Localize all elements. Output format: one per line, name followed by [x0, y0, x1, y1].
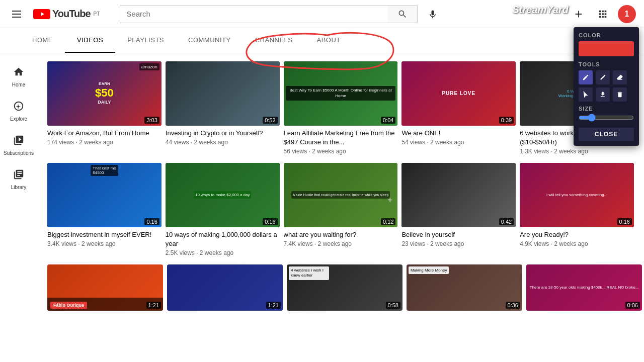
sidebar-item-subscriptions[interactable]: Subscriptions — [0, 128, 37, 160]
close-button[interactable]: CLOSE — [579, 128, 634, 141]
sidebar-item-explore[interactable]: Explore — [3, 94, 35, 126]
marker-tool[interactable] — [596, 70, 610, 84]
bottom-card-5[interactable]: There are 18-50 year olds making $400k..… — [526, 264, 642, 311]
video-card-6[interactable]: That cost me$4500 0:16 Biggest investmen… — [47, 163, 162, 256]
bottom-card-3[interactable]: 4 websites I wish I knew earlier 0:58 — [287, 264, 403, 311]
sidebar-label-explore: Explore — [10, 116, 27, 122]
video-title-8: what are you waiting for? — [284, 230, 398, 239]
size-label: SIZE — [579, 106, 634, 112]
video-title-4: We are ONE! — [401, 129, 516, 138]
header-left: YouTube PT — [8, 7, 100, 22]
search-button[interactable] — [387, 5, 418, 23]
explore-icon — [13, 101, 24, 114]
video-meta-5: 1.3K views · 2 weeks ago — [520, 148, 634, 155]
main-layout: Home Explore Subscriptions Library — [0, 53, 644, 361]
tools-row — [579, 70, 634, 102]
duration-3: 0:04 — [381, 117, 395, 124]
yt-lang: PT — [94, 11, 100, 17]
video-card-10[interactable]: I will tell you something covering... 0:… — [520, 163, 634, 256]
duration-9: 0:42 — [499, 218, 514, 225]
avatar[interactable]: 1 — [618, 5, 636, 23]
thumbnail-9: 0:42 — [401, 163, 516, 227]
color-panel-title: COLOR — [579, 32, 634, 38]
video-meta-1: 174 views · 2 weeks ago — [47, 139, 162, 146]
duration-4: 0:39 — [499, 117, 514, 124]
thumbnail-10: I will tell you something covering... 0:… — [520, 163, 634, 227]
video-card-7[interactable]: 10 ways to make $2,000 a day 0:16 10 way… — [166, 163, 280, 256]
tab-home[interactable]: HOME — [20, 28, 65, 53]
bottom-duration-1: 1:21 — [146, 302, 161, 309]
video-card-9[interactable]: 0:42 Believe in yourself 23 views · 2 we… — [401, 163, 516, 256]
download-tool[interactable] — [596, 87, 610, 102]
bottom-video-row: Fábio Ourique 1:21 1:21 4 websites I wis… — [47, 264, 634, 311]
video-card-1[interactable]: EARN $50 DAILY amazon 3:03 Work For Amaz… — [47, 61, 162, 155]
thumbnail-2: 0:52 — [166, 61, 280, 126]
tab-videos[interactable]: VIDEOS — [65, 28, 115, 53]
tools-title: TOOLS — [579, 61, 634, 67]
bottom-card-2[interactable]: 1:21 — [167, 264, 283, 311]
video-meta-2: 44 views · 2 weeks ago — [166, 139, 280, 146]
search-input[interactable] — [120, 5, 387, 23]
apps-button[interactable] — [594, 5, 612, 23]
video-title-10: Are you Ready!? — [520, 230, 634, 239]
search-bar — [120, 5, 442, 23]
yt-play-icon — [33, 9, 50, 19]
duration-1: 3:03 — [144, 117, 159, 124]
duration-8: 0:12 — [381, 218, 395, 225]
bottom-duration-3: 0:58 — [386, 302, 400, 309]
bottom-duration-2: 1:21 — [266, 302, 281, 309]
video-card-3[interactable]: Best Way To Earn $5000 A Month Online fo… — [284, 61, 398, 155]
video-card-8[interactable]: A side Hustle that could generate real i… — [284, 163, 398, 256]
create-button[interactable] — [570, 5, 588, 23]
eraser-tool[interactable] — [613, 70, 627, 84]
video-title-7: 10 ways of making 1,000,000 dollars a ye… — [166, 230, 280, 248]
bottom-card-4[interactable]: Making More Money 0:36 — [407, 264, 522, 311]
sidebar-label-library: Library — [11, 185, 27, 190]
thumbnail-7: 10 ways to make $2,000 a day 0:16 — [166, 163, 280, 227]
video-title-6: Biggest investment in myself EVER! — [47, 230, 162, 239]
tab-community[interactable]: COMMUNITY — [176, 28, 243, 53]
video-meta-6: 3.4K views · 2 weeks ago — [47, 240, 162, 247]
menu-button[interactable] — [8, 7, 25, 22]
video-title-9: Believe in yourself — [401, 230, 516, 239]
subscriptions-icon — [13, 135, 24, 148]
sidebar-label-home: Home — [12, 82, 26, 87]
color-tools-panel: COLOR TOOLS SIZE CLOSE — [574, 27, 639, 146]
video-title-3: Learn Affiliate Marketing Free from the … — [284, 129, 398, 147]
mic-button[interactable] — [424, 5, 442, 23]
video-grid-row2: That cost me$4500 0:16 Biggest investmen… — [47, 163, 634, 256]
tab-about[interactable]: ABOUT — [305, 28, 353, 53]
pen-tool[interactable] — [579, 70, 593, 84]
video-meta-8: 7.4K views · 2 weeks ago — [284, 240, 398, 247]
sidebar: Home Explore Subscriptions Library — [0, 53, 37, 361]
creator-badge-1: Fábio Ourique — [50, 302, 87, 309]
thumbnail-1: EARN $50 DAILY amazon 3:03 — [47, 61, 162, 126]
video-card-2[interactable]: 0:52 Investing in Crypto or in Yourself?… — [166, 61, 280, 155]
size-slider[interactable] — [579, 114, 634, 122]
sidebar-item-home[interactable]: Home — [3, 59, 35, 92]
video-title-2: Investing in Crypto or in Yourself? — [166, 129, 280, 138]
select-tool[interactable] — [579, 87, 593, 102]
delete-tool[interactable] — [613, 87, 627, 102]
tab-playlists[interactable]: PLAYLISTS — [115, 28, 176, 53]
tab-channels[interactable]: CHANNELS — [243, 28, 305, 53]
color-swatch[interactable] — [579, 41, 634, 56]
video-title-1: Work For Amazon, But From Home — [47, 129, 162, 138]
youtube-logo[interactable]: YouTube PT — [33, 8, 100, 20]
duration-6: 0:16 — [144, 218, 159, 225]
thumbnail-6: That cost me$4500 0:16 — [47, 163, 162, 227]
video-meta-10: 4.9K views · 2 weeks ago — [520, 240, 634, 247]
bottom-card-1[interactable]: Fábio Ourique 1:21 — [47, 264, 163, 311]
header-right: 1 — [570, 5, 636, 23]
thumbnail-3: Best Way To Earn $5000 A Month Online fo… — [284, 61, 398, 126]
video-meta-7: 2.5K views · 2 weeks ago — [166, 249, 280, 256]
bottom-duration-5: 0:06 — [625, 302, 640, 309]
duration-2: 0:52 — [263, 117, 277, 124]
video-card-4[interactable]: PURE LOVE 0:39 We are ONE! 54 views · 2 … — [401, 61, 516, 155]
thumbnail-4: PURE LOVE 0:39 — [401, 61, 516, 126]
streamyard-logo: StreamYard — [512, 4, 569, 16]
channel-nav: HOME VIDEOS PLAYLISTS COMMUNITY CHANNELS… — [0, 28, 644, 53]
duration-7: 0:16 — [263, 218, 277, 225]
video-meta-3: 56 views · 2 weeks ago — [284, 148, 398, 155]
sidebar-item-library[interactable]: Library — [3, 162, 35, 194]
